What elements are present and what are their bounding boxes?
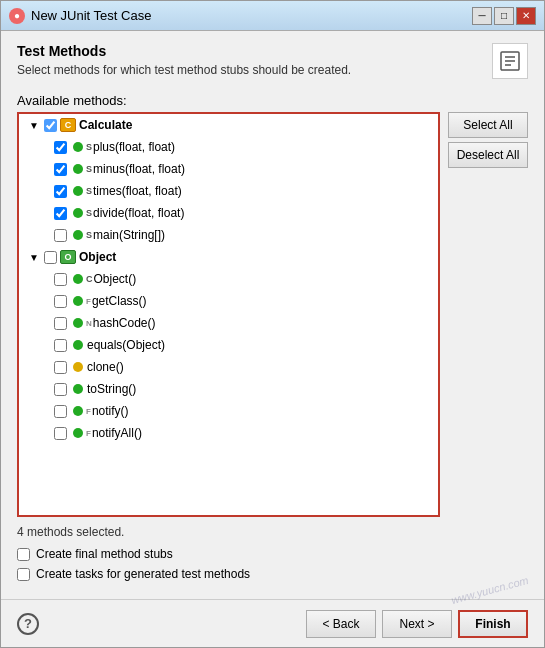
badge-main: S bbox=[86, 230, 92, 240]
tree-item-plus[interactable]: S plus(float, float) bbox=[19, 136, 438, 158]
main-content: Test Methods Select methods for which te… bbox=[1, 31, 544, 599]
tree-item-clone[interactable]: clone() bbox=[19, 356, 438, 378]
tree-item-divide[interactable]: S divide(float, float) bbox=[19, 202, 438, 224]
close-button[interactable]: ✕ bbox=[516, 7, 536, 25]
checkbox-minus[interactable] bbox=[54, 163, 67, 176]
tree-item-equals[interactable]: equals(Object) bbox=[19, 334, 438, 356]
checkbox-notifyall[interactable] bbox=[54, 427, 67, 440]
checkbox-objectctor[interactable] bbox=[54, 273, 67, 286]
label-notify: notify() bbox=[92, 404, 129, 418]
methods-area: ▼ C Calculate S plus(float, float) bbox=[17, 112, 528, 517]
checkbox-row-tasks: Create tasks for generated test methods bbox=[17, 567, 528, 581]
label-getclass: getClass() bbox=[92, 294, 147, 308]
tree-item-tostring[interactable]: toString() bbox=[19, 378, 438, 400]
methods-tree[interactable]: ▼ C Calculate S plus(float, float) bbox=[17, 112, 440, 517]
badge-getclass: F bbox=[86, 297, 91, 306]
tree-item-object[interactable]: ▼ O Object bbox=[19, 246, 438, 268]
header-section: Test Methods Select methods for which te… bbox=[17, 43, 528, 87]
title-bar: ● New JUnit Test Case ─ □ ✕ bbox=[1, 1, 544, 31]
dot-notify bbox=[73, 406, 83, 416]
back-button[interactable]: < Back bbox=[306, 610, 376, 638]
title-buttons[interactable]: ─ □ ✕ bbox=[472, 7, 536, 25]
finish-button[interactable]: Finish bbox=[458, 610, 528, 638]
checkbox-tostring[interactable] bbox=[54, 383, 67, 396]
section-title: Test Methods bbox=[17, 43, 351, 59]
available-methods-label: Available methods: bbox=[17, 93, 528, 108]
window-icon: ● bbox=[9, 8, 25, 24]
tree-item-objectctor[interactable]: C Object() bbox=[19, 268, 438, 290]
dot-equals bbox=[73, 340, 83, 350]
dot-clone bbox=[73, 362, 83, 372]
badge-times: S bbox=[86, 186, 92, 196]
badge-notify: F bbox=[86, 407, 91, 416]
label-minus: minus(float, float) bbox=[93, 162, 185, 176]
label-clone: clone() bbox=[87, 360, 124, 374]
dot-objectctor bbox=[73, 274, 83, 284]
checkbox-hashcode[interactable] bbox=[54, 317, 67, 330]
dot-plus bbox=[73, 142, 83, 152]
help-button[interactable]: ? bbox=[17, 613, 39, 635]
title-bar-left: ● New JUnit Test Case bbox=[9, 8, 151, 24]
next-button[interactable]: Next > bbox=[382, 610, 452, 638]
badge-notifyall: F bbox=[86, 429, 91, 438]
section-desc: Select methods for which test method stu… bbox=[17, 63, 351, 77]
checkbox-times[interactable] bbox=[54, 185, 67, 198]
status-text: 4 methods selected. bbox=[17, 525, 528, 539]
tree-item-notify[interactable]: F notify() bbox=[19, 400, 438, 422]
checkbox-divide[interactable] bbox=[54, 207, 67, 220]
checkbox-getclass[interactable] bbox=[54, 295, 67, 308]
label-task-stubs: Create tasks for generated test methods bbox=[36, 567, 250, 581]
label-plus: plus(float, float) bbox=[93, 140, 175, 154]
select-all-button[interactable]: Select All bbox=[448, 112, 528, 138]
tree-item-notifyall[interactable]: F notifyAll() bbox=[19, 422, 438, 444]
label-main: main(String[]) bbox=[93, 228, 165, 242]
toggle-object[interactable]: ▼ bbox=[27, 250, 41, 264]
checkbox-task-stubs[interactable] bbox=[17, 568, 30, 581]
dot-main bbox=[73, 230, 83, 240]
label-calculate: Calculate bbox=[79, 118, 132, 132]
footer-right: < Back Next > Finish bbox=[306, 610, 528, 638]
tree-item-times[interactable]: S times(float, float) bbox=[19, 180, 438, 202]
tree-item-calculate[interactable]: ▼ C Calculate bbox=[19, 114, 438, 136]
header-text: Test Methods Select methods for which te… bbox=[17, 43, 351, 87]
class-icon-object: O bbox=[60, 250, 76, 264]
checkbox-equals[interactable] bbox=[54, 339, 67, 352]
label-notifyall: notifyAll() bbox=[92, 426, 142, 440]
label-divide: divide(float, float) bbox=[93, 206, 184, 220]
tree-item-minus[interactable]: S minus(float, float) bbox=[19, 158, 438, 180]
label-equals: equals(Object) bbox=[87, 338, 165, 352]
deselect-all-button[interactable]: Deselect All bbox=[448, 142, 528, 168]
tree-item-getclass[interactable]: F getClass() bbox=[19, 290, 438, 312]
label-objectctor: Object() bbox=[94, 272, 137, 286]
toggle-calculate[interactable]: ▼ bbox=[27, 118, 41, 132]
dot-times bbox=[73, 186, 83, 196]
side-buttons: Select All Deselect All bbox=[448, 112, 528, 517]
badge-divide: S bbox=[86, 208, 92, 218]
footer: ? < Back Next > Finish bbox=[1, 599, 544, 647]
checkbox-calculate[interactable] bbox=[44, 119, 57, 132]
checkbox-main[interactable] bbox=[54, 229, 67, 242]
badge-objectctor: C bbox=[86, 274, 93, 284]
label-tostring: toString() bbox=[87, 382, 136, 396]
tree-item-hashcode[interactable]: N hashCode() bbox=[19, 312, 438, 334]
minimize-button[interactable]: ─ bbox=[472, 7, 492, 25]
label-hashcode: hashCode() bbox=[93, 316, 156, 330]
window-title: New JUnit Test Case bbox=[31, 8, 151, 23]
section-icon bbox=[492, 43, 528, 79]
dot-notifyall bbox=[73, 428, 83, 438]
label-object: Object bbox=[79, 250, 116, 264]
dot-getclass bbox=[73, 296, 83, 306]
checkbox-object[interactable] bbox=[44, 251, 57, 264]
dot-tostring bbox=[73, 384, 83, 394]
label-times: times(float, float) bbox=[93, 184, 182, 198]
badge-plus: S bbox=[86, 142, 92, 152]
checkbox-notify[interactable] bbox=[54, 405, 67, 418]
dot-hashcode bbox=[73, 318, 83, 328]
badge-hashcode: N bbox=[86, 319, 92, 328]
checkbox-final-stubs[interactable] bbox=[17, 548, 30, 561]
maximize-button[interactable]: □ bbox=[494, 7, 514, 25]
tree-item-main[interactable]: S main(String[]) bbox=[19, 224, 438, 246]
checkbox-plus[interactable] bbox=[54, 141, 67, 154]
checkbox-clone[interactable] bbox=[54, 361, 67, 374]
badge-minus: S bbox=[86, 164, 92, 174]
